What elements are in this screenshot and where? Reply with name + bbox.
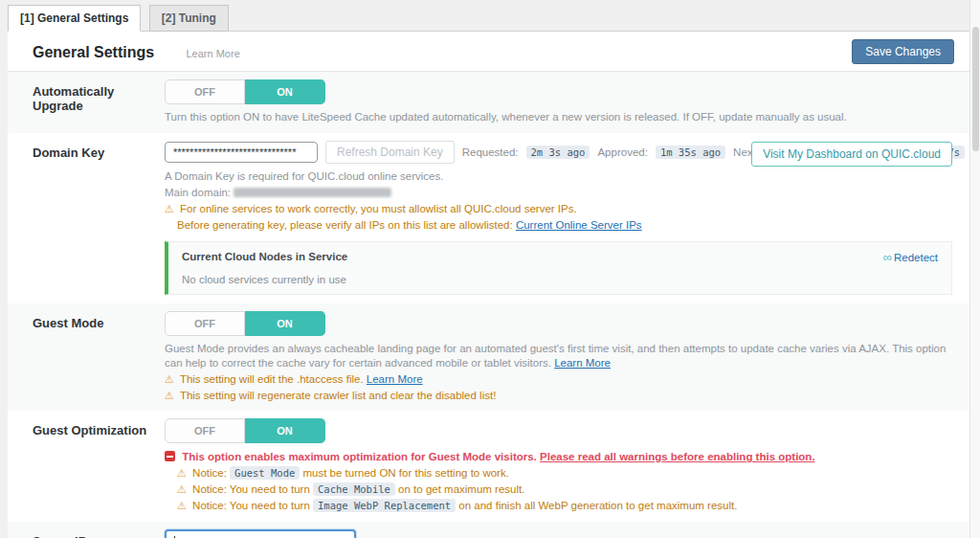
setting-label: Guest Optimization: [33, 418, 165, 513]
toggle-on-button[interactable]: ON: [245, 311, 325, 336]
warning-icon: ⚠: [165, 203, 174, 214]
warning-icon: ⚠: [165, 373, 174, 385]
guest-mode-toggle: OFF ON: [165, 311, 325, 336]
setting-label: Server IP: [33, 529, 165, 538]
main-domain-label: Main domain:: [165, 187, 231, 198]
notice-text: Notice: You need to turn: [192, 500, 310, 511]
cloud-nodes-panel: Current Cloud Nodes in Service ∞Redetect…: [165, 241, 952, 295]
notice-text: Notice:: [192, 467, 227, 479]
visit-dashboard-button[interactable]: Visit My Dashboard on QUIC.cloud: [751, 142, 952, 167]
section-automatically-upgrade: Automatically Upgrade OFF ON Turn this o…: [8, 72, 969, 133]
notice-cache-mobile: ⚠ Notice: You need to turn Cache Mobile …: [177, 482, 952, 497]
approved-label: Approved:: [597, 146, 647, 158]
setting-description: Turn this option ON to have LiteSpeed Ca…: [165, 110, 952, 124]
main-domain-line: Main domain:: [165, 186, 952, 200]
notice-text: on and finish all WebP generation to get…: [458, 500, 737, 511]
redetect-icon: ∞: [883, 250, 892, 264]
htaccess-warning: ⚠ This setting will edit the .htaccess f…: [165, 372, 952, 387]
warning-icon: ⚠: [177, 483, 187, 495]
page-title: General Settings: [33, 44, 154, 61]
setting-value-area: OFF ON This option enables maximum optim…: [165, 418, 952, 513]
settings-content: General Settings Learn More Save Changes…: [8, 32, 969, 538]
notice-webp: ⚠ Notice: You need to turn Image WebP Re…: [177, 499, 952, 513]
section-domain-key: Domain Key Refresh Domain Key Requested:…: [8, 133, 969, 303]
notice-text: must be turned ON for this setting to wo…: [303, 467, 509, 479]
save-changes-button[interactable]: Save Changes: [852, 39, 954, 64]
approved-time-badge: 1m 35s ago: [656, 146, 725, 159]
setting-value-area: Enter this site's IP address to allow cl…: [165, 529, 952, 538]
notice-guest-mode: ⚠ Notice: Guest Mode must be turned ON f…: [177, 466, 952, 481]
header-learn-more-link[interactable]: Learn More: [187, 48, 240, 59]
allowlist-warning: ⚠ For online services to work correctly,…: [165, 202, 952, 216]
prohibit-icon: [165, 451, 175, 461]
section-guest-mode: Guest Mode OFF ON Guest Mode provides an…: [8, 303, 969, 412]
tab-tuning[interactable]: [2] Tuning: [149, 5, 229, 32]
current-online-server-ips-link[interactable]: Current Online Server IPs: [516, 219, 642, 231]
cloud-nodes-empty-text: No cloud services currently in use: [182, 274, 938, 285]
setting-value-area: Refresh Domain Key Requested: 2m 3s ago …: [165, 141, 952, 295]
read-all-warnings-link[interactable]: Please read all warnings before enabling…: [540, 451, 815, 462]
requested-label: Requested:: [462, 146, 519, 158]
cache-mobile-code-badge: Cache Mobile: [313, 482, 395, 496]
settings-page: [1] General Settings [2] Tuning General …: [0, 0, 980, 538]
page-scrollbar: [969, 0, 980, 538]
section-guest-optimization: Guest Optimization OFF ON This option en…: [8, 411, 969, 522]
domain-key-required-note: A Domain Key is required for QUIC.cloud …: [165, 169, 952, 184]
htaccess-learn-more-link[interactable]: Learn More: [367, 373, 423, 385]
setting-value-area: OFF ON Guest Mode provides an always cac…: [165, 311, 952, 403]
scrollbar-thumb[interactable]: [972, 27, 979, 151]
danger-text: This option enables maximum optimization…: [182, 451, 537, 462]
tab-bar: [1] General Settings [2] Tuning: [8, 0, 980, 32]
cloud-nodes-panel-header: Current Cloud Nodes in Service ∞Redetect: [182, 250, 938, 264]
guest-mode-code-badge: Guest Mode: [230, 466, 300, 480]
refresh-domain-key-button[interactable]: Refresh Domain Key: [325, 141, 455, 164]
domain-key-input[interactable]: [165, 142, 318, 163]
crawler-warning: ⚠ This setting will regenerate crawler l…: [165, 389, 952, 403]
verify-warning-text: Before generating key, please verify all…: [177, 219, 513, 231]
section-server-ip: Server IP Enter this site's IP address t…: [8, 522, 969, 538]
warning-icon: ⚠: [177, 500, 187, 511]
redetect-link[interactable]: ∞Redetect: [883, 250, 938, 264]
page-header: General Settings Learn More Save Changes: [8, 32, 969, 72]
main-domain-redacted-value: [234, 188, 391, 197]
redetect-label: Redetect: [894, 252, 938, 263]
auto-upgrade-toggle: OFF ON: [165, 79, 325, 104]
setting-label: Domain Key: [33, 141, 165, 295]
tab-general-settings[interactable]: [1] General Settings: [8, 5, 141, 32]
notice-text: Notice: You need to turn: [192, 483, 310, 495]
guest-optimization-danger-line: This option enables maximum optimization…: [165, 450, 952, 464]
allowlist-warning-text: For online services to work correctly, y…: [180, 203, 577, 214]
crawler-warning-text: This setting will regenerate crawler lis…: [180, 390, 496, 401]
guest-optimization-toggle: OFF ON: [165, 418, 325, 443]
guest-mode-learn-more-link[interactable]: Learn More: [554, 357, 611, 369]
toggle-off-button[interactable]: OFF: [165, 79, 245, 104]
warning-icon: ⚠: [165, 390, 174, 401]
htaccess-warning-text: This setting will edit the .htaccess fil…: [180, 373, 364, 385]
setting-description: Guest Mode provides an always cacheable …: [165, 342, 952, 370]
toggle-on-button[interactable]: ON: [245, 79, 325, 104]
toggle-off-button[interactable]: OFF: [165, 311, 245, 336]
notice-text: on to get maximum result.: [398, 483, 524, 495]
toggle-on-button[interactable]: ON: [245, 418, 325, 443]
setting-label: Automatically Upgrade: [33, 79, 165, 124]
cloud-nodes-title: Current Cloud Nodes in Service: [182, 251, 347, 262]
requested-time-badge: 2m 3s ago: [526, 146, 590, 159]
server-ip-input[interactable]: [165, 529, 356, 538]
setting-value-area: OFF ON Turn this option ON to have LiteS…: [165, 79, 952, 124]
warning-icon: ⚠: [177, 467, 187, 479]
setting-label: Guest Mode: [33, 311, 165, 403]
webp-code-badge: Image WebP Replacement: [313, 499, 456, 512]
verify-warning: Before generating key, please verify all…: [177, 218, 952, 233]
toggle-off-button[interactable]: OFF: [165, 418, 245, 443]
